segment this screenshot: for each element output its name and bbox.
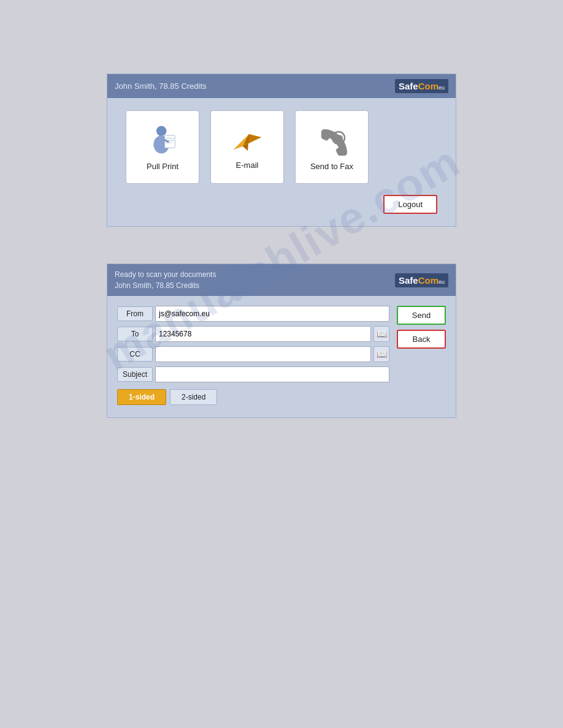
cc-label: CC [117, 347, 153, 362]
top-body: Pull Print E-mail [107, 98, 456, 226]
logo-safe-top: Safe [399, 81, 418, 91]
cc-row: CC 📖 [117, 346, 389, 362]
user-credits-bottom: John Smith, 78.85 Credits [115, 280, 216, 291]
logo-eu-top: eu [439, 85, 445, 91]
subject-row: Subject [117, 366, 389, 382]
cc-input[interactable] [155, 346, 371, 362]
logout-row: Logout [126, 195, 437, 214]
form-area: From To 📖 CC 📖 Subject [117, 306, 389, 405]
action-area: Send Back [397, 306, 446, 405]
safecom-logo-bottom: Safe Com eu [395, 273, 448, 287]
to-row: To 📖 [117, 326, 389, 342]
bottom-header-text: Ready to scan your documents John Smith,… [115, 269, 216, 291]
cc-address-book-button[interactable]: 📖 [373, 346, 389, 362]
safecom-logo-top: Safe Com eu [395, 79, 448, 93]
svg-point-0 [156, 126, 166, 137]
to-input[interactable] [155, 326, 371, 342]
subject-label: Subject [117, 367, 153, 382]
email-button[interactable]: E-mail [210, 110, 284, 184]
fax-icon [315, 123, 349, 157]
to-label: To [117, 327, 153, 341]
send-button[interactable]: Send [397, 306, 446, 325]
back-button[interactable]: Back [397, 330, 446, 349]
pull-print-label: Pull Print [147, 162, 178, 171]
top-header: John Smith, 78.85 Credits Safe Com eu [107, 74, 456, 98]
email-label: E-mail [236, 161, 259, 170]
two-sided-button[interactable]: 2-sided [170, 389, 217, 405]
to-address-book-button[interactable]: 📖 [373, 326, 389, 342]
pull-print-button[interactable]: Pull Print [126, 110, 199, 184]
bottom-body: From To 📖 CC 📖 Subject [107, 296, 456, 417]
pull-print-icon [144, 123, 181, 157]
bottom-panel: Ready to scan your documents John Smith,… [107, 264, 456, 418]
icon-buttons-row: Pull Print E-mail [126, 110, 369, 184]
ready-to-scan-text: Ready to scan your documents [115, 269, 216, 280]
fax-button[interactable]: Send to Fax [295, 110, 369, 184]
user-credits-top: John Smith, 78.85 Credits [115, 82, 207, 91]
logo-safe-bottom: Safe [399, 275, 418, 286]
email-icon [231, 125, 264, 156]
top-panel: John Smith, 78.85 Credits Safe Com eu [107, 74, 456, 227]
from-input[interactable] [155, 306, 389, 322]
sides-row: 1-sided 2-sided [117, 389, 389, 405]
from-row: From [117, 306, 389, 322]
from-label: From [117, 306, 153, 321]
logo-com-top: Com [418, 81, 439, 91]
subject-input[interactable] [155, 366, 389, 382]
fax-label: Send to Fax [310, 162, 353, 171]
logout-button[interactable]: Logout [383, 195, 437, 214]
bottom-header: Ready to scan your documents John Smith,… [107, 264, 456, 296]
one-sided-button[interactable]: 1-sided [117, 389, 166, 405]
logo-eu-bottom: eu [439, 279, 445, 285]
logo-com-bottom: Com [418, 275, 439, 286]
